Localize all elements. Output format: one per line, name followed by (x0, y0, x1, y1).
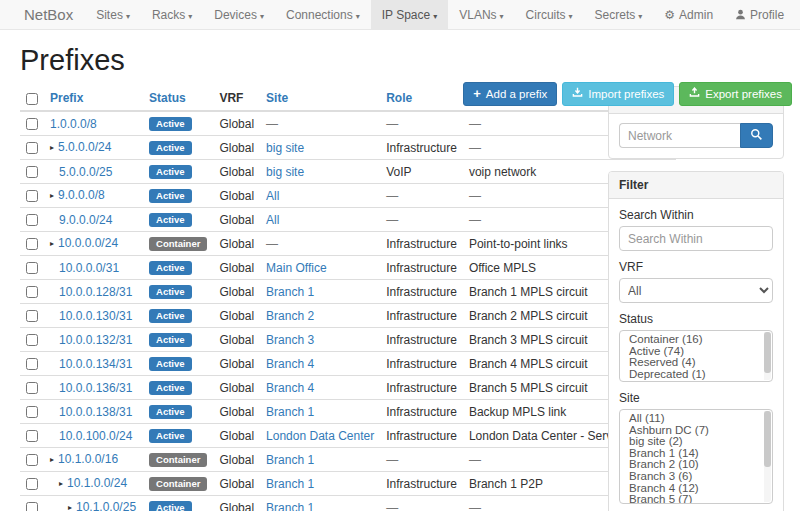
netbox-logo[interactable]: NetBox (12, 0, 85, 29)
nav-item-ip-space[interactable]: IP Space▾ (371, 0, 449, 29)
export-icon (689, 87, 700, 101)
row-checkbox[interactable] (26, 142, 38, 154)
vrf-select[interactable]: All (619, 278, 773, 303)
row-checkbox[interactable] (26, 214, 38, 226)
prefix-link[interactable]: 10.0.0.138/31 (59, 405, 132, 419)
table-row: 10.0.0.128/31 Active Global Branch 1 Inf… (20, 280, 676, 304)
row-checkbox[interactable] (26, 118, 38, 130)
status-listbox[interactable]: Container (16)Active (74)Reserved (4)Dep… (619, 330, 773, 382)
prefix-link[interactable]: 5.0.0.0/25 (59, 165, 112, 179)
expand-arrow-icon: ▸ (50, 237, 58, 251)
add-prefix-button[interactable]: + Add a prefix (463, 82, 557, 106)
nav-item-devices[interactable]: Devices▾ (203, 0, 275, 29)
column-header-site[interactable]: Site (260, 86, 380, 111)
row-checkbox[interactable] (26, 358, 38, 370)
prefix-link[interactable]: 10.0.0.134/31 (59, 357, 132, 371)
row-checkbox[interactable] (26, 190, 38, 202)
row-checkbox[interactable] (26, 310, 38, 322)
vrf-value: Global (219, 213, 254, 227)
list-option[interactable]: All (11) (620, 413, 772, 425)
description-value: voip network (469, 165, 536, 179)
site-link[interactable]: big site (266, 141, 304, 155)
site-link[interactable]: Branch 1 (266, 501, 314, 511)
empty-dash: — (469, 213, 481, 227)
site-link[interactable]: Branch 1 (266, 477, 314, 491)
select-all-checkbox[interactable] (26, 93, 38, 105)
site-link[interactable]: big site (266, 165, 304, 179)
prefix-link[interactable]: 10.0.0.130/31 (59, 309, 132, 323)
prefix-link[interactable]: 10.0.0.132/31 (59, 333, 132, 347)
site-link[interactable]: Branch 4 (266, 357, 314, 371)
site-link[interactable]: Branch 3 (266, 333, 314, 347)
prefix-link[interactable]: 10.1.0.0/24 (67, 476, 127, 490)
list-option[interactable]: Deprecated (1) (620, 369, 772, 381)
row-checkbox[interactable] (26, 334, 38, 346)
chevron-down-icon: ▾ (569, 12, 573, 21)
table-row: ▸10.0.0.0/24 Container Global — Infrastr… (20, 232, 676, 256)
column-header-prefix[interactable]: Prefix (44, 86, 143, 111)
site-link[interactable]: London Data Center (266, 429, 374, 443)
nav-item-racks[interactable]: Racks▾ (141, 0, 203, 29)
prefix-link[interactable]: 5.0.0.0/24 (58, 140, 111, 154)
site-link[interactable]: Branch 1 (266, 453, 314, 467)
row-checkbox[interactable] (26, 262, 38, 274)
export-prefixes-button[interactable]: Export prefixes (679, 82, 792, 106)
table-row: 1.0.0.0/8 Active Global — — — (20, 111, 676, 136)
site-link[interactable]: Branch 1 (266, 405, 314, 419)
row-checkbox[interactable] (26, 286, 38, 298)
import-prefixes-button[interactable]: Import prefixes (562, 82, 674, 106)
list-option[interactable]: Branch 5 (7) (620, 494, 772, 504)
search-input[interactable] (619, 123, 740, 148)
row-checkbox[interactable] (26, 166, 38, 178)
site-link[interactable]: All (266, 189, 279, 203)
row-checkbox[interactable] (26, 406, 38, 418)
row-checkbox[interactable] (26, 238, 38, 250)
prefix-link[interactable]: 9.0.0.0/8 (58, 188, 105, 202)
nav-item-vlans[interactable]: VLANs▾ (448, 0, 514, 29)
vrf-value: Global (219, 453, 254, 467)
search-button[interactable] (740, 123, 773, 148)
description-value: Backup MPLS link (469, 405, 566, 419)
site-link[interactable]: Main Office (266, 261, 326, 275)
nav-item-sites[interactable]: Sites▾ (85, 0, 141, 29)
prefix-link[interactable]: 1.0.0.0/8 (50, 117, 97, 131)
row-checkbox[interactable] (26, 382, 38, 394)
description-value: Branch 5 MPLS circuit (469, 381, 588, 395)
list-option[interactable]: Branch 3 (6) (620, 471, 772, 483)
vrf-value: Global (219, 237, 254, 251)
profile-menu-item[interactable]: Profile (724, 0, 795, 29)
prefix-link[interactable]: 10.1.0.0/16 (58, 452, 118, 466)
row-checkbox[interactable] (26, 478, 38, 490)
log-out-menu-item[interactable]: Log out (795, 0, 800, 29)
nav-item-secrets[interactable]: Secrets▾ (584, 0, 654, 29)
row-checkbox[interactable] (26, 454, 38, 466)
column-header-status[interactable]: Status (143, 86, 213, 111)
prefix-link[interactable]: 10.0.0.0/24 (58, 236, 118, 250)
search-within-input[interactable] (619, 226, 773, 251)
site-link[interactable]: Branch 1 (266, 285, 314, 299)
status-badge: Active (149, 381, 192, 395)
row-checkbox[interactable] (26, 502, 38, 511)
admin-menu-item[interactable]: ⚙ Admin (653, 0, 724, 29)
site-listbox[interactable]: All (11)Ashburn DC (7)big site (2)Branch… (619, 409, 773, 504)
prefix-link[interactable]: 9.0.0.0/24 (59, 213, 112, 227)
list-option[interactable]: Container (16) (620, 334, 772, 346)
site-link[interactable]: Branch 4 (266, 381, 314, 395)
scrollbar[interactable] (764, 332, 771, 380)
site-link[interactable]: All (266, 213, 279, 227)
import-prefixes-label: Import prefixes (588, 88, 664, 101)
prefix-link[interactable]: 10.0.0.136/31 (59, 381, 132, 395)
description-value: Point-to-point links (469, 237, 568, 251)
nav-item-circuits[interactable]: Circuits▾ (515, 0, 584, 29)
column-header-role[interactable]: Role (380, 86, 463, 111)
scrollbar[interactable] (764, 411, 771, 502)
prefix-link[interactable]: 10.0.0.128/31 (59, 285, 132, 299)
prefix-link[interactable]: 10.0.0.0/31 (59, 261, 119, 275)
row-checkbox[interactable] (26, 430, 38, 442)
vrf-value: Global (219, 381, 254, 395)
chevron-down-icon: ▾ (638, 12, 642, 21)
prefix-link[interactable]: 10.1.0.0/25 (76, 500, 136, 511)
nav-item-connections[interactable]: Connections▾ (275, 0, 371, 29)
prefix-link[interactable]: 10.0.100.0/24 (59, 429, 132, 443)
site-link[interactable]: Branch 2 (266, 309, 314, 323)
